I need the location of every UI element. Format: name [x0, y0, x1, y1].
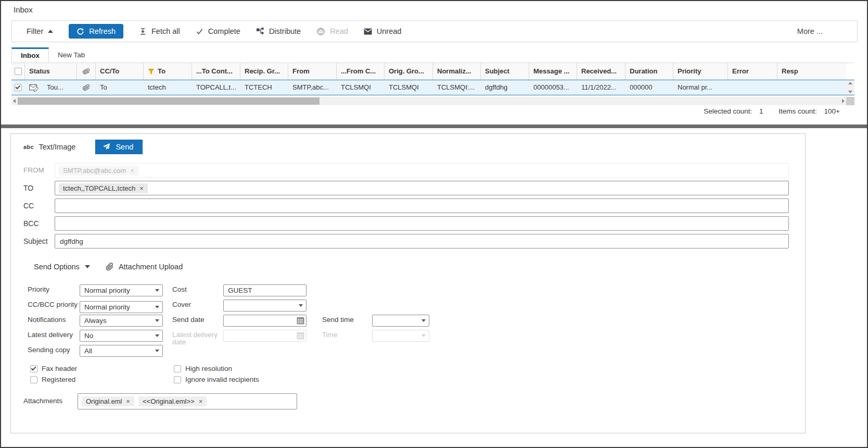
tab-new-tab[interactable]: New Tab	[49, 47, 94, 63]
distribute-button[interactable]: Distribute	[256, 27, 301, 35]
send-date-input[interactable]	[223, 315, 307, 327]
column-header-to[interactable]: To	[144, 63, 192, 80]
column-header-priority[interactable]: Priority	[673, 63, 728, 80]
chevron-down-icon[interactable]	[85, 265, 90, 268]
complete-label: Complete	[208, 27, 240, 35]
checkmark-icon	[31, 365, 36, 370]
read-label: Read	[330, 27, 348, 35]
more-button[interactable]: More ...	[797, 27, 823, 35]
tab-new-tab-label: New Tab	[58, 51, 85, 59]
send-time-select[interactable]	[372, 315, 429, 327]
chevron-down-icon	[299, 304, 303, 307]
latest-delivery-label: Latest delivery	[28, 330, 80, 339]
cc-label: CC	[23, 198, 55, 210]
read-button[interactable]: Read	[316, 27, 348, 36]
column-header-received[interactable]: Received...	[577, 63, 626, 80]
filter-funnel-icon	[148, 68, 155, 75]
refresh-button[interactable]: Refresh	[69, 24, 123, 39]
checkbox-box[interactable]	[174, 365, 181, 372]
select-all-checkbox[interactable]	[15, 68, 22, 75]
column-header-from[interactable]: From	[288, 63, 337, 80]
column-header-attachment[interactable]	[77, 63, 96, 80]
select-all-checkbox-cell[interactable]	[11, 63, 25, 80]
time-select	[372, 330, 429, 342]
tab-inbox[interactable]: Inbox	[11, 47, 49, 63]
to-field[interactable]: tctech,,TOPCALL,tctech ×	[55, 181, 789, 195]
latest-delivery-select[interactable]: No	[80, 330, 163, 342]
filter-button[interactable]: Filter	[27, 27, 53, 35]
fetch-all-label: Fetch all	[151, 27, 180, 35]
chevron-down-icon	[155, 306, 159, 308]
attachments-field[interactable]: Original.eml × <<Original.eml>> ×	[78, 393, 297, 409]
from-label: FROM	[23, 163, 55, 174]
send-button[interactable]: Send	[95, 140, 143, 154]
vertical-scrollbar[interactable]	[846, 80, 854, 95]
column-header-cc-to[interactable]: CC/To	[96, 63, 144, 80]
chevron-up-icon	[48, 30, 53, 33]
calendar-icon[interactable]	[297, 317, 304, 325]
notifications-select[interactable]: Always	[80, 315, 163, 327]
chevron-down-icon	[155, 289, 159, 292]
unread-label: Unread	[377, 27, 402, 35]
column-header-normaliz[interactable]: Normaliz...	[433, 63, 481, 80]
column-header-error[interactable]: Error	[728, 63, 777, 80]
fetch-all-button[interactable]: Fetch all	[139, 27, 180, 35]
column-header-recip-gr[interactable]: Recip. Gr...	[240, 63, 288, 80]
checkbox-box[interactable]	[174, 376, 181, 383]
scroll-down-icon[interactable]	[848, 91, 852, 93]
scroll-up-icon[interactable]	[848, 82, 852, 84]
column-header-message[interactable]: Message ...	[529, 63, 577, 80]
from-field: SMTP,abc@abc.com ×	[55, 163, 789, 178]
column-header-subject[interactable]: Subject	[481, 63, 529, 80]
row-checkbox[interactable]	[15, 84, 22, 91]
column-header-to-cont[interactable]: ...To Cont...	[192, 63, 240, 80]
paperclip-icon	[82, 83, 91, 92]
bcc-field[interactable]	[55, 216, 789, 231]
latest-delivery-date-input	[223, 330, 307, 342]
ignore-invalid-recipients-checkbox[interactable]: Ignore invalid recipients	[174, 374, 805, 385]
toolbar: Filter Refresh Fetch all Complete Dis	[11, 20, 858, 42]
complete-button[interactable]: Complete	[196, 27, 240, 35]
column-header-from-c[interactable]: ...From C...	[337, 63, 385, 80]
scroll-left-icon[interactable]	[13, 99, 16, 103]
page-title: Inbox	[1, 1, 867, 14]
selected-count-value: 1	[759, 107, 763, 115]
horizontal-scrollbar[interactable]	[11, 97, 846, 105]
unread-button[interactable]: Unread	[364, 27, 402, 35]
distribute-label: Distribute	[269, 27, 301, 35]
cover-select[interactable]	[223, 300, 307, 312]
chevron-down-icon	[155, 334, 159, 337]
remove-chip-icon[interactable]: ×	[139, 184, 144, 192]
priority-select[interactable]: Normal priority	[80, 284, 163, 296]
checkbox-box[interactable]	[30, 365, 37, 372]
high-resolution-checkbox[interactable]: High resolution	[174, 363, 805, 374]
column-header-duration[interactable]: Duration	[626, 63, 673, 80]
send-options-toggle[interactable]: Send Options	[34, 263, 80, 271]
horizontal-scrollbar-thumb[interactable]	[18, 97, 320, 105]
checkbox-box[interactable]	[30, 376, 37, 383]
scroll-right-icon[interactable]	[842, 99, 845, 103]
cost-input[interactable]	[223, 284, 307, 296]
remove-chip-icon[interactable]: ×	[199, 397, 203, 405]
column-header-resp[interactable]: Resp	[777, 63, 846, 80]
attachment-upload-button[interactable]: Attachment Upload	[106, 263, 183, 271]
mode-label[interactable]: Text/Image	[39, 143, 75, 151]
bcc-label: BCC	[23, 216, 55, 228]
sending-copy-select[interactable]: All	[80, 345, 163, 357]
scrollbar-corner	[846, 97, 854, 105]
calendar-icon	[297, 332, 304, 340]
table-row[interactable]: Tou... To tctech TOPCALL,t... TCTECH SMT…	[11, 80, 846, 95]
tab-inbox-label: Inbox	[21, 52, 40, 59]
subject-input[interactable]	[57, 238, 786, 245]
column-header-status[interactable]: Status	[25, 63, 77, 80]
paperclip-icon	[106, 263, 114, 271]
distribute-icon	[256, 27, 264, 35]
column-header-orig-gro[interactable]: Orig. Gro...	[385, 63, 433, 80]
send-plane-icon	[103, 143, 110, 151]
checkmark-icon	[196, 28, 203, 35]
remove-chip-icon[interactable]: ×	[126, 397, 130, 405]
registered-checkbox[interactable]: Registered	[30, 374, 174, 385]
ccbcc-priority-select[interactable]: Normal priority	[80, 301, 163, 313]
cc-field[interactable]	[55, 198, 789, 213]
fax-header-checkbox[interactable]: Fax header	[30, 363, 174, 374]
